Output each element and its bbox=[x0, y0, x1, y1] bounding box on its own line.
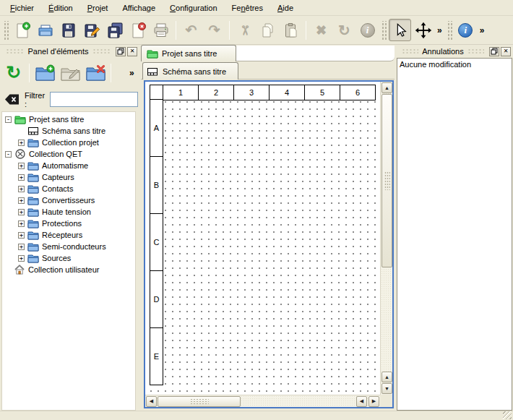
delete-category-button[interactable] bbox=[85, 62, 106, 84]
toolbar-separator bbox=[306, 21, 306, 40]
horizontal-scroll-thumb[interactable] bbox=[158, 396, 241, 407]
new-document-button[interactable] bbox=[11, 19, 33, 41]
tree-item-haute-tension[interactable]: + Haute tension bbox=[2, 206, 135, 218]
tree-item-recepteurs[interactable]: + Récepteurs bbox=[2, 229, 135, 241]
project-tab-label: Projet sans titre bbox=[162, 49, 217, 58]
edit-folder-icon bbox=[61, 64, 80, 82]
scroll-up-button[interactable]: ▲ bbox=[381, 372, 392, 382]
scroll-left-button[interactable]: ◀ bbox=[356, 396, 367, 407]
tree-item-protections[interactable]: + Protections bbox=[2, 218, 135, 229]
expand-expander-icon[interactable]: + bbox=[18, 255, 25, 262]
menu-aide[interactable]: Aide bbox=[270, 1, 301, 14]
expand-expander-icon[interactable]: + bbox=[18, 209, 25, 215]
toolbar-handle[interactable] bbox=[3, 21, 9, 40]
save-all-button[interactable] bbox=[103, 19, 126, 41]
close-document-button[interactable] bbox=[126, 19, 149, 41]
scroll-left-button[interactable]: ◀ bbox=[146, 396, 157, 407]
blue-folder-icon bbox=[27, 229, 39, 241]
expand-expander-icon[interactable]: + bbox=[18, 232, 25, 239]
copy-button[interactable] bbox=[256, 19, 279, 41]
collapse-expander-icon[interactable]: - bbox=[5, 116, 12, 123]
scroll-down-button[interactable]: ▼ bbox=[381, 383, 392, 394]
about-info-button[interactable]: i bbox=[454, 19, 477, 41]
toolbar-handle[interactable] bbox=[381, 21, 387, 40]
tree-item-convertisseurs[interactable]: + Convertisseurs bbox=[2, 194, 135, 206]
collapse-expander-icon[interactable]: - bbox=[5, 151, 12, 158]
tree-item-automatisme[interactable]: + Automatisme bbox=[2, 160, 135, 171]
tree-item-capteurs[interactable]: + Capteurs bbox=[2, 171, 135, 183]
menu-projet[interactable]: Projet bbox=[80, 1, 116, 14]
new-category-button[interactable] bbox=[34, 62, 56, 84]
delete-button[interactable]: ✖ bbox=[310, 19, 332, 41]
menu-fenetres[interactable]: Fenêtres bbox=[225, 1, 270, 14]
cut-button[interactable]: ✂ bbox=[233, 19, 256, 41]
tree-item-semi-conducteurs[interactable]: + Semi-conducteurs bbox=[2, 241, 135, 252]
expand-expander-icon[interactable]: + bbox=[18, 197, 25, 204]
expand-expander-icon[interactable]: + bbox=[18, 220, 25, 227]
tab-schema-sans-titre[interactable]: Schéma sans titre bbox=[142, 62, 238, 80]
float-panel-button[interactable] bbox=[116, 47, 126, 56]
select-tool-button[interactable] bbox=[389, 19, 411, 41]
scroll-right-button[interactable]: ▶ bbox=[368, 396, 379, 407]
tree-item-label: Collection projet bbox=[42, 138, 99, 147]
float-icon bbox=[117, 48, 124, 55]
clear-filter-icon[interactable] bbox=[4, 93, 20, 106]
expand-expander-icon[interactable]: + bbox=[18, 244, 25, 250]
move-tool-button[interactable] bbox=[412, 19, 434, 41]
schema-icon bbox=[147, 66, 158, 77]
tree-item-contacts[interactable]: + Contacts bbox=[2, 183, 135, 194]
scroll-up-button[interactable]: ▲ bbox=[381, 82, 392, 93]
redo-button[interactable]: ↷ bbox=[203, 19, 225, 41]
tree-item-schema-sans-titre[interactable]: Schéma sans titre bbox=[2, 125, 135, 137]
close-panel-button[interactable]: ✕ bbox=[127, 47, 137, 56]
reload-collections-button[interactable]: ↻ bbox=[3, 62, 25, 84]
diagram-canvas[interactable]: 1 2 3 4 5 6 A B C D E bbox=[145, 82, 380, 395]
close-panel-button[interactable]: ✕ bbox=[501, 47, 511, 56]
float-panel-button[interactable] bbox=[489, 47, 499, 56]
tree-item-sources[interactable]: + Sources bbox=[2, 252, 135, 264]
paste-button[interactable] bbox=[280, 19, 302, 41]
blue-folder-icon bbox=[27, 137, 39, 148]
menu-affichage[interactable]: Affichage bbox=[115, 1, 163, 14]
horizontal-scrollbar[interactable]: ◀ ◀ ▶ bbox=[145, 395, 380, 407]
undo-list-item[interactable]: Aucune modification bbox=[397, 59, 512, 70]
diagram-view[interactable]: 1 2 3 4 5 6 A B C D E ▲ bbox=[144, 80, 394, 408]
vertical-scrollbar[interactable]: ▲ ▲ ▼ bbox=[380, 82, 392, 395]
element-info-button[interactable]: i bbox=[356, 19, 379, 41]
toolbar-handle[interactable] bbox=[447, 21, 452, 40]
collections-toolbar-overflow[interactable]: » bbox=[127, 68, 137, 78]
tree-item-projet-sans-titre[interactable]: - Projet sans titre bbox=[2, 113, 135, 125]
open-button[interactable] bbox=[34, 19, 56, 41]
move-icon bbox=[415, 22, 432, 39]
tree-item-label: Semi-conducteurs bbox=[42, 242, 106, 251]
tree-item-collection-utilisateur[interactable]: Collection utilisateur bbox=[2, 264, 135, 275]
save-button[interactable] bbox=[57, 19, 79, 41]
menu-fichier[interactable]: Fichier bbox=[3, 1, 41, 14]
print-button[interactable] bbox=[150, 19, 172, 41]
tree-item-label: Convertisseurs bbox=[42, 196, 95, 205]
column-label: 4 bbox=[269, 85, 305, 100]
tree-item-collection-qet[interactable]: - Collection QET bbox=[2, 148, 135, 160]
tree-item-label: Projet sans titre bbox=[29, 115, 84, 124]
menu-configuration[interactable]: Configuration bbox=[163, 1, 224, 14]
undo-button[interactable]: ↶ bbox=[180, 19, 202, 41]
menu-edition[interactable]: Édition bbox=[41, 1, 80, 14]
filter-input[interactable] bbox=[50, 92, 138, 107]
save-as-button[interactable] bbox=[80, 19, 103, 41]
rotate-button[interactable]: ↻ bbox=[333, 19, 355, 41]
expand-expander-icon[interactable]: + bbox=[18, 140, 25, 146]
expand-expander-icon[interactable]: + bbox=[18, 186, 25, 192]
toolbar-overflow-button[interactable]: » bbox=[435, 25, 444, 35]
expand-expander-icon[interactable]: + bbox=[18, 174, 25, 181]
edit-category-button[interactable] bbox=[59, 62, 81, 84]
expand-expander-icon[interactable]: + bbox=[18, 163, 25, 169]
tab-projet-sans-titre[interactable]: Projet sans titre bbox=[141, 45, 236, 61]
status-bar bbox=[0, 411, 513, 420]
toolbar-overflow-button[interactable]: » bbox=[478, 25, 487, 35]
copy-icon bbox=[259, 22, 277, 39]
info-blue-icon: i bbox=[458, 23, 473, 38]
vertical-scroll-thumb[interactable] bbox=[381, 94, 392, 267]
resize-grip[interactable] bbox=[503, 411, 512, 419]
menu-bar: Fichier Édition Projet Affichage Configu… bbox=[0, 0, 513, 16]
tree-item-collection-projet[interactable]: + Collection projet bbox=[2, 137, 135, 148]
